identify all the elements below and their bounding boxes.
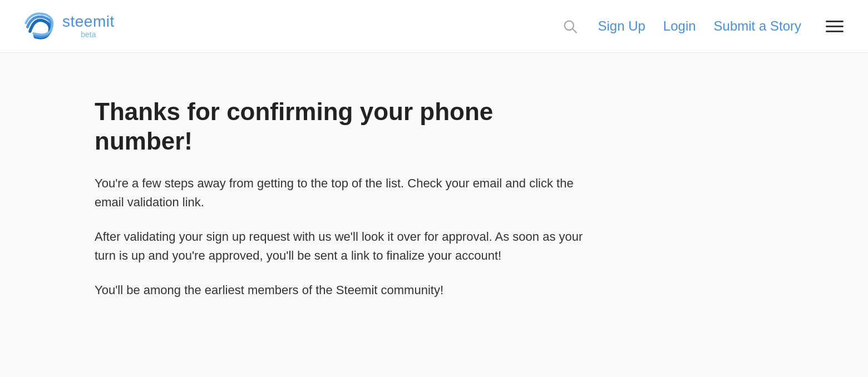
confirmation-title: Thanks for confirming your phone number! — [95, 97, 590, 156]
paragraph-1: You're a few steps away from getting to … — [95, 174, 590, 212]
search-icon — [562, 18, 578, 34]
search-button[interactable] — [560, 16, 580, 36]
paragraph-3: You'll be among the earliest members of … — [95, 281, 590, 300]
hamburger-line-3 — [826, 31, 844, 32]
logo-text: steemit beta — [62, 13, 115, 39]
paragraph-2: After validating your sign up request wi… — [95, 227, 590, 265]
login-link[interactable]: Login — [663, 18, 696, 34]
logo-link[interactable]: steemit beta — [22, 9, 115, 43]
steemit-logo-icon — [22, 9, 57, 43]
site-header: steemit beta Sign Up Login Submit a Stor… — [0, 0, 868, 53]
logo-beta: beta — [62, 31, 115, 39]
logo-name: steemit — [62, 13, 115, 31]
svg-line-1 — [573, 29, 576, 32]
submit-story-link[interactable]: Submit a Story — [714, 18, 801, 34]
hamburger-menu-button[interactable] — [823, 18, 846, 34]
hamburger-line-2 — [826, 26, 844, 27]
signup-link[interactable]: Sign Up — [598, 18, 645, 34]
header-nav: Sign Up Login Submit a Story — [560, 16, 846, 36]
main-content: Thanks for confirming your phone number!… — [0, 53, 612, 349]
hamburger-line-1 — [826, 21, 844, 22]
